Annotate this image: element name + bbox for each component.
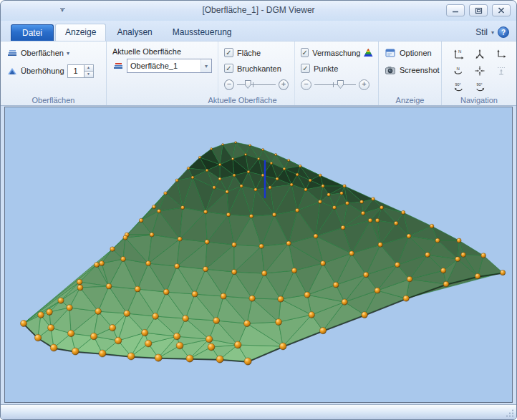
resize-grip[interactable] bbox=[506, 409, 514, 417]
rainbow-surface-icon bbox=[364, 48, 373, 57]
checkbox-checked-icon[interactable]: ✓ bbox=[301, 64, 310, 73]
nav-fit-vertical-button[interactable] bbox=[492, 63, 511, 78]
checkbox-flaeche[interactable]: ✓ Fläche bbox=[224, 45, 289, 60]
center-view-icon bbox=[474, 65, 485, 77]
group-caption-anzeige: Anzeige bbox=[379, 96, 441, 104]
tab-datei[interactable]: Datei bbox=[11, 24, 54, 41]
surface-select-value: Oberfläche_1 bbox=[127, 59, 200, 72]
spin-up-icon[interactable]: ▲ bbox=[84, 64, 94, 72]
checkbox-punkte[interactable]: ✓ Punkte bbox=[301, 61, 373, 76]
exaggeration-stepper[interactable]: 1 ▲ ▼ bbox=[67, 64, 94, 78]
nav-rotate-90-right-button[interactable]: 90° bbox=[470, 79, 489, 94]
surfaces-menu-button[interactable]: Oberflächen ▾ bbox=[6, 45, 102, 61]
restore-icon bbox=[475, 7, 483, 14]
checkbox-punkte-label: Punkte bbox=[314, 64, 338, 73]
group-caption-oberflaechen: Oberflächen bbox=[1, 96, 106, 104]
fit-vertical-icon bbox=[496, 65, 507, 77]
svg-text:N: N bbox=[458, 49, 461, 53]
options-label: Optionen bbox=[400, 49, 432, 57]
screenshot-label: Screenshot bbox=[400, 66, 440, 74]
surfaces-menu-label: Oberflächen bbox=[21, 49, 64, 57]
rotate-right-degrees: 90° bbox=[476, 82, 482, 87]
close-button[interactable] bbox=[492, 4, 511, 16]
title-bar: ▾ [Oberfläche_1] - DGM Viewer bbox=[1, 1, 516, 21]
checkbox-vermaschung-label: Vermaschung bbox=[312, 49, 360, 57]
group-caption-aktuelle-oberflaeche: Aktuelle Oberfläche bbox=[107, 96, 378, 104]
nav-axes-tripod-button[interactable] bbox=[470, 47, 489, 62]
exaggeration-value[interactable]: 1 bbox=[67, 64, 84, 78]
tab-maussteuerung[interactable]: Maussteuerung bbox=[163, 24, 241, 41]
surface-layers-icon bbox=[6, 47, 18, 59]
group-navigation: N bbox=[441, 41, 516, 105]
axes-corner-icon bbox=[496, 49, 507, 60]
chevron-down-icon[interactable]: ▾ bbox=[200, 59, 211, 72]
exaggeration-mountain-icon bbox=[6, 65, 18, 77]
rotate-90-right-icon: 90° bbox=[474, 82, 486, 93]
tab-anzeige[interactable]: Anzeige bbox=[55, 24, 106, 41]
checkbox-checked-icon[interactable]: ✓ bbox=[301, 48, 309, 57]
rotate-90-left-icon: 90° bbox=[453, 82, 465, 93]
checkbox-vermaschung[interactable]: ✓ Vermaschung bbox=[301, 45, 373, 60]
camera-icon bbox=[385, 64, 396, 76]
viewport-frame bbox=[4, 107, 513, 403]
tab-analysen[interactable]: Analysen bbox=[107, 24, 161, 41]
group-anzeige: Optionen Screenshot Anzeige bbox=[378, 41, 441, 105]
chevron-down-icon[interactable]: ▾ bbox=[491, 29, 494, 36]
plus-icon[interactable]: + bbox=[359, 79, 369, 90]
terrain-3d-view[interactable] bbox=[5, 107, 512, 402]
checkbox-flaeche-label: Fläche bbox=[237, 49, 261, 57]
rotate-north-icon: N bbox=[453, 65, 464, 77]
spin-down-icon[interactable]: ▼ bbox=[84, 72, 94, 78]
options-button[interactable]: Optionen bbox=[385, 45, 437, 61]
slider-thumb[interactable] bbox=[337, 80, 344, 89]
minus-icon[interactable]: − bbox=[301, 79, 311, 90]
transparency-slider-1: − + bbox=[224, 77, 289, 92]
slider-track[interactable] bbox=[314, 79, 356, 89]
screenshot-button[interactable]: Screenshot bbox=[385, 62, 437, 78]
style-dropdown[interactable]: Stil bbox=[475, 27, 488, 37]
nav-rotate-90-left-button[interactable]: 90° bbox=[449, 79, 468, 94]
plus-icon[interactable]: + bbox=[279, 79, 289, 90]
chevron-down-icon: ▾ bbox=[67, 50, 69, 57]
ribbon-tab-row: Datei Anzeige Analysen Maussteuerung Sti… bbox=[1, 21, 516, 41]
nav-rotate-north-button[interactable]: N bbox=[449, 63, 468, 78]
checkbox-bruchkanten-label: Bruchkanten bbox=[237, 64, 281, 73]
status-bar bbox=[1, 404, 516, 419]
axes-north-icon: N bbox=[453, 49, 465, 60]
options-dialog-icon bbox=[385, 47, 396, 59]
minimize-button[interactable] bbox=[446, 4, 465, 16]
surface-select[interactable]: Oberfläche_1 ▾ bbox=[127, 59, 212, 73]
help-icon[interactable]: ? bbox=[498, 26, 509, 38]
group-aktuelle-oberflaeche: Aktuelle Oberfläche Oberfläche_1 ▾ ✓ bbox=[106, 41, 378, 105]
close-icon bbox=[498, 7, 505, 14]
checkbox-checked-icon[interactable]: ✓ bbox=[224, 64, 233, 73]
point-size-slider: − + bbox=[301, 77, 373, 92]
app-window: ▾ [Oberfläche_1] - DGM Viewer Datei Anze… bbox=[0, 0, 517, 420]
svg-text:N: N bbox=[457, 66, 460, 70]
checkbox-checked-icon[interactable]: ✓ bbox=[224, 48, 233, 57]
current-surface-label: Aktuelle Oberfläche bbox=[112, 45, 212, 58]
group-oberflaechen: Oberflächen ▾ Überhöhung 1 ▲ ▼ Oberfläch… bbox=[1, 41, 106, 105]
slider-thumb[interactable] bbox=[245, 80, 251, 89]
minimize-icon bbox=[452, 7, 459, 14]
exaggeration-label: Überhöhung bbox=[21, 67, 64, 75]
restore-button[interactable] bbox=[469, 4, 488, 16]
nav-axes-north-button[interactable]: N bbox=[449, 47, 468, 62]
checkbox-bruchkanten[interactable]: ✓ Bruchkanten bbox=[224, 61, 289, 76]
viewport-area bbox=[1, 106, 516, 404]
ribbon: Oberflächen ▾ Überhöhung 1 ▲ ▼ Oberfläch… bbox=[1, 41, 516, 106]
current-surface-icon bbox=[112, 60, 124, 72]
window-title: [Oberfläche_1] - DGM Viewer bbox=[1, 5, 516, 15]
minus-icon[interactable]: − bbox=[224, 79, 234, 90]
slider-track[interactable] bbox=[237, 79, 276, 89]
nav-center-view-button[interactable] bbox=[470, 63, 489, 78]
axes-tripod-icon bbox=[474, 49, 485, 60]
nav-axes-corner-button[interactable] bbox=[492, 47, 511, 62]
rotate-left-degrees: 90° bbox=[455, 82, 460, 87]
group-caption-navigation: Navigation bbox=[442, 96, 516, 104]
